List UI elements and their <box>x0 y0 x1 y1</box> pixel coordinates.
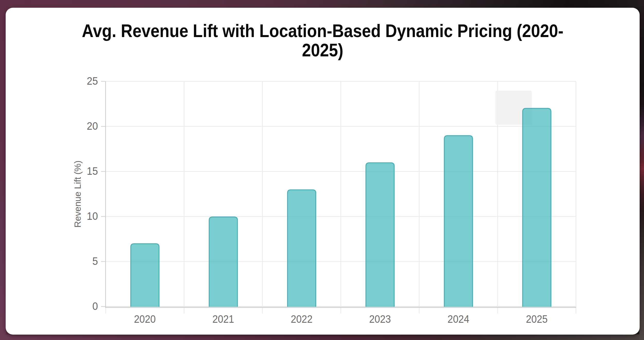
svg-text:10: 10 <box>87 210 98 222</box>
svg-text:2021: 2021 <box>212 312 234 325</box>
svg-text:15: 15 <box>87 165 98 177</box>
svg-text:2024: 2024 <box>448 312 469 325</box>
svg-text:Revenue Lift (%): Revenue Lift (%) <box>72 161 83 228</box>
svg-text:Avg. Revenue Lift with Locatio: Avg. Revenue Lift with Location-Based Dy… <box>82 21 564 41</box>
svg-text:5: 5 <box>92 255 98 267</box>
svg-text:2025: 2025 <box>526 312 548 325</box>
svg-text:20: 20 <box>87 120 98 132</box>
svg-text:2023: 2023 <box>369 312 391 325</box>
svg-text:0: 0 <box>92 300 98 312</box>
svg-text:2025): 2025) <box>302 40 343 60</box>
svg-text:25: 25 <box>87 75 98 87</box>
svg-text:2020: 2020 <box>134 312 156 325</box>
svg-text:2022: 2022 <box>291 312 313 325</box>
